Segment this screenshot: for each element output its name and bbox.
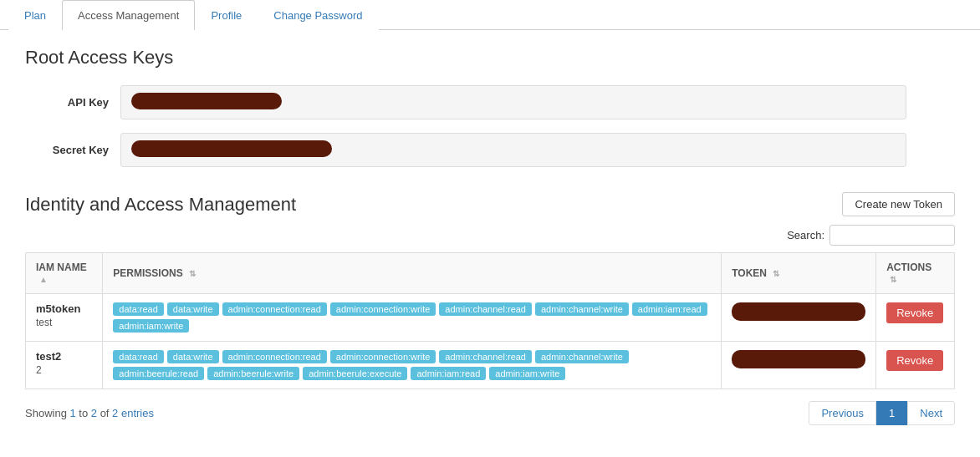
- token-cell-1: [722, 342, 876, 389]
- api-key-input[interactable]: [120, 85, 906, 119]
- col-actions[interactable]: ACTIONS ⇅: [876, 253, 955, 294]
- permission-badge: admin:channel:read: [439, 302, 532, 316]
- revoke-button-0[interactable]: Revoke: [886, 302, 943, 323]
- iam-sub-0: test: [36, 317, 92, 328]
- permission-badge: admin:connection:read: [222, 350, 327, 363]
- table-footer: Showing 1 to 2 of 2 entries Previous 1 N…: [25, 401, 955, 425]
- actions-cell-0: Revoke: [876, 294, 955, 342]
- permission-badge: admin:beerule:read: [113, 367, 204, 380]
- table-row: test22data:readdata:writeadmin:connectio…: [26, 342, 955, 389]
- permission-badge: data:write: [167, 302, 219, 316]
- sort-iam-name-icon: ▲: [39, 275, 48, 284]
- iam-title: Identity and Access Management: [25, 194, 296, 216]
- iam-sub-1: 2: [36, 364, 92, 376]
- tab-plan[interactable]: Plan: [8, 0, 62, 30]
- iam-table: IAM NAME ▲ PERMISSIONS ⇅ TOKEN ⇅ ACTIONS…: [25, 252, 955, 389]
- create-token-button[interactable]: Create new Token: [842, 192, 955, 216]
- col-iam-name[interactable]: IAM NAME ▲: [26, 253, 103, 294]
- table-header: IAM NAME ▲ PERMISSIONS ⇅ TOKEN ⇅ ACTIONS…: [26, 253, 955, 294]
- permission-badge: admin:beerule:write: [207, 367, 299, 380]
- permissions-cell-1: data:readdata:writeadmin:connection:read…: [103, 342, 722, 389]
- permission-badge: admin:connection:read: [222, 302, 327, 316]
- table-row: m5tokentestdata:readdata:writeadmin:conn…: [26, 294, 955, 342]
- pagination: Previous 1 Next: [809, 401, 955, 425]
- tab-access-management[interactable]: Access Management: [62, 0, 195, 30]
- secret-key-redacted: [131, 140, 332, 157]
- token-redacted-1: [732, 350, 865, 368]
- permission-badge: admin:channel:read: [439, 350, 532, 363]
- permission-badge: admin:channel:write: [535, 302, 629, 316]
- permission-badge: admin:iam:write: [113, 319, 189, 333]
- showing-text: Showing 1 to 2 of 2 entries: [25, 407, 154, 419]
- permission-badge: data:write: [167, 350, 219, 363]
- col-permissions[interactable]: PERMISSIONS ⇅: [103, 253, 722, 294]
- permission-badge: admin:beerule:execute: [303, 367, 407, 380]
- root-access-keys-title: Root Access Keys: [25, 47, 955, 69]
- tab-bar: PlanAccess ManagementProfileChange Passw…: [0, 0, 980, 30]
- showing-suffix: entries: [121, 407, 154, 419]
- page-1-button[interactable]: 1: [876, 401, 907, 425]
- permission-badge: admin:iam:write: [489, 367, 565, 380]
- api-key-row: API Key: [25, 85, 955, 119]
- actions-cell-1: Revoke: [876, 342, 955, 389]
- showing-to: 2: [91, 407, 97, 419]
- search-row: Search:: [25, 225, 955, 246]
- previous-button[interactable]: Previous: [809, 401, 876, 425]
- permission-badge: data:read: [113, 350, 163, 363]
- iam-name-cell-1: test22: [26, 342, 103, 389]
- search-label: Search:: [787, 229, 824, 241]
- tab-change-password[interactable]: Change Password: [258, 0, 378, 30]
- secret-key-label: Secret Key: [25, 144, 109, 156]
- api-key-label: API Key: [25, 96, 109, 109]
- permission-badge: admin:iam:read: [632, 302, 707, 316]
- next-button[interactable]: Next: [907, 401, 955, 425]
- permission-badge: admin:iam:read: [411, 367, 486, 380]
- permission-badge: admin:connection:write: [330, 302, 436, 316]
- col-token[interactable]: TOKEN ⇅: [722, 253, 876, 294]
- permission-badge: data:read: [113, 302, 163, 316]
- token-redacted-0: [732, 302, 865, 321]
- revoke-button-1[interactable]: Revoke: [886, 350, 943, 371]
- permissions-cell-0: data:readdata:writeadmin:connection:read…: [103, 294, 722, 342]
- sort-permissions-icon: ⇅: [189, 269, 196, 278]
- token-cell-0: [722, 294, 876, 342]
- permission-badge: admin:channel:write: [535, 350, 629, 363]
- secret-key-row: Secret Key: [25, 133, 955, 167]
- api-key-redacted: [131, 93, 282, 109]
- sort-actions-icon: ⇅: [890, 275, 896, 284]
- search-input[interactable]: [829, 225, 955, 246]
- secret-key-input[interactable]: [120, 133, 906, 167]
- showing-of: 2: [112, 407, 118, 419]
- iam-name-cell-0: m5tokentest: [26, 294, 103, 342]
- iam-name-1: test2: [36, 350, 92, 363]
- iam-name-0: m5token: [36, 302, 92, 315]
- iam-header: Identity and Access Management Create ne…: [25, 192, 955, 216]
- showing-from: 1: [69, 407, 75, 419]
- permission-badge: admin:connection:write: [330, 350, 436, 363]
- sort-token-icon: ⇅: [773, 269, 779, 278]
- table-body: m5tokentestdata:readdata:writeadmin:conn…: [26, 294, 955, 389]
- tab-profile[interactable]: Profile: [195, 0, 258, 30]
